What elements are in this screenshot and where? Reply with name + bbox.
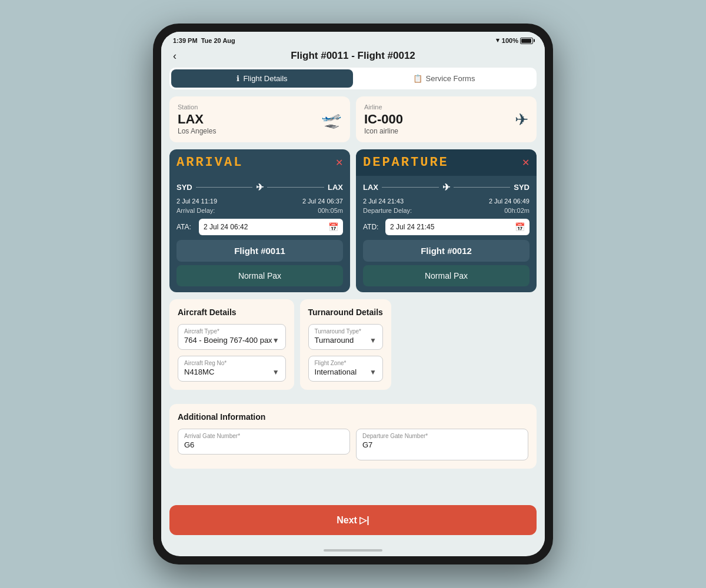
arrival-actual-time: 2 Jul 24 06:37	[302, 198, 343, 205]
aircraft-section-title: Aircraft Details	[178, 308, 286, 317]
arrival-delay-value: 00h:05m	[318, 207, 343, 214]
departure-route: LAX ✈ SYD	[363, 182, 530, 193]
departure-header-text: DEPARTURE	[363, 155, 449, 170]
arrival-delay-label: Arrival Delay:	[176, 207, 215, 214]
departure-normal-pax-button[interactable]: Normal Pax	[363, 265, 530, 286]
airline-icon: ✈	[515, 110, 528, 129]
tab-service-forms[interactable]: 📋 Service Forms	[353, 69, 535, 88]
departure-destination: SYD	[514, 183, 530, 192]
arrival-route: SYD ✈ LAX	[176, 182, 343, 193]
arrival-card: ARRIVAL ✕ SYD ✈ LAX 2 Jul 24 11:19	[169, 149, 350, 292]
aircraft-details-card: Aircraft Details Aircraft Type* 764 - Bo…	[169, 299, 294, 390]
calendar-icon: 📅	[328, 222, 338, 232]
details-cards-row: Aircraft Details Aircraft Type* 764 - Bo…	[169, 299, 537, 397]
departure-close-icon[interactable]: ✕	[522, 157, 530, 168]
arrival-plane-icon: ✈	[256, 182, 264, 193]
departure-card: DEPARTURE ✕ LAX ✈ SYD 2 Jul 24 21:43	[356, 149, 537, 292]
service-forms-icon: 📋	[413, 74, 422, 83]
turnaround-type-value: Turnaround ▼	[315, 336, 377, 345]
tablet-device: 1:39 PM Tue 20 Aug ▾ 100% ‹ Flight #0011…	[153, 24, 553, 564]
nav-bar: ‹ Flight #0011 - Flight #0012	[161, 46, 545, 68]
wifi-icon: ▾	[496, 36, 499, 44]
nav-title: Flight #0011 - Flight #0012	[291, 50, 415, 62]
ata-value: 2 Jul 24 06:42	[204, 223, 248, 231]
next-button[interactable]: Next ▷|	[169, 505, 537, 535]
station-card: Station LAX Los Angeles 🛫	[169, 96, 350, 142]
arrival-normal-pax-button[interactable]: Normal Pax	[176, 265, 343, 286]
arrival-body: SYD ✈ LAX 2 Jul 24 11:19 2 Jul 24 06:37 …	[169, 176, 350, 292]
arrival-header-text: ARRIVAL	[176, 155, 243, 170]
aircraft-type-label: Aircraft Type*	[184, 328, 279, 335]
tab-flight-details[interactable]: ℹ Flight Details	[171, 69, 353, 88]
station-name: Los Angeles	[178, 127, 216, 135]
airline-name: Icon airline	[364, 127, 403, 135]
departure-sched-time: 2 Jul 24 21:43	[363, 198, 404, 205]
aircraft-type-field[interactable]: Aircraft Type* 764 - Boeing 767-400 pax …	[178, 324, 286, 350]
arrival-flight-number-button[interactable]: Flight #0011	[176, 240, 343, 262]
departure-delay-label: Departure Delay:	[363, 207, 412, 214]
arrival-destination: LAX	[328, 183, 343, 192]
arrival-gate-field[interactable]: Arrival Gate Number* G6	[178, 429, 350, 455]
tablet-screen: 1:39 PM Tue 20 Aug ▾ 100% ‹ Flight #0011…	[161, 32, 545, 556]
atd-row: ATD: 2 Jul 24 21:45 📅	[363, 219, 530, 235]
ata-row: ATA: 2 Jul 24 06:42 📅	[176, 219, 343, 235]
departure-gate-field[interactable]: Departure Gate Number* G7	[356, 429, 528, 460]
flight-zone-value: International ▼	[315, 368, 377, 376]
back-button[interactable]: ‹	[173, 50, 176, 62]
aircraft-reg-value: N418MC ▼	[184, 368, 279, 376]
flight-zone-label: Flight Zone*	[315, 360, 377, 366]
arrival-times: 2 Jul 24 11:19 2 Jul 24 06:37	[176, 198, 343, 205]
flight-cards-row: ARRIVAL ✕ SYD ✈ LAX 2 Jul 24 11:19	[169, 149, 537, 292]
departure-gate-value: G7	[362, 440, 522, 449]
additional-info-card: Additional Information Arrival Gate Numb…	[169, 404, 537, 469]
info-cards-row: Station LAX Los Angeles 🛫 Airline IC-000…	[169, 96, 537, 142]
battery-icon: 100%	[502, 37, 533, 44]
tab-bar: ℹ Flight Details 📋 Service Forms	[169, 68, 537, 89]
station-code: LAX	[178, 112, 216, 127]
arrival-header: ARRIVAL ✕	[169, 149, 350, 176]
atd-calendar-icon: 📅	[515, 222, 525, 232]
arrival-sched-time: 2 Jul 24 11:19	[176, 198, 217, 205]
arrival-gate-label: Arrival Gate Number*	[184, 433, 344, 439]
aircraft-reg-label: Aircraft Reg No*	[184, 360, 279, 366]
departure-origin: LAX	[363, 183, 378, 192]
gate-fields-row: Arrival Gate Number* G6 Departure Gate N…	[178, 429, 528, 460]
station-icon: 🛫	[321, 110, 342, 129]
ata-label: ATA:	[176, 223, 195, 231]
airline-code: IC-000	[364, 112, 403, 127]
home-bar	[324, 549, 382, 552]
turnaround-type-label: Turnaround Type*	[315, 328, 377, 335]
airline-label: Airline	[364, 103, 403, 111]
turnaround-section-title: Turnaround Details	[308, 308, 383, 317]
station-label: Station	[178, 103, 216, 111]
aircraft-reg-field[interactable]: Aircraft Reg No* N418MC ▼	[178, 356, 286, 382]
flight-details-icon: ℹ	[237, 74, 239, 83]
departure-body: LAX ✈ SYD 2 Jul 24 21:43 2 Jul 24 06:49 …	[356, 176, 537, 292]
flight-zone-field[interactable]: Flight Zone* International ▼	[308, 356, 383, 382]
ata-input[interactable]: 2 Jul 24 06:42 📅	[199, 219, 343, 235]
departure-times: 2 Jul 24 21:43 2 Jul 24 06:49	[363, 198, 530, 205]
arrival-gate-value: G6	[184, 440, 344, 449]
departure-flight-number-button[interactable]: Flight #0012	[363, 240, 530, 262]
aircraft-type-dropdown-icon: ▼	[272, 336, 279, 345]
arrival-delay: Arrival Delay: 00h:05m	[176, 207, 343, 214]
aircraft-type-value: 764 - Boeing 767-400 pax ▼	[184, 336, 279, 345]
arrival-origin: SYD	[176, 183, 192, 192]
arrival-close-icon[interactable]: ✕	[335, 157, 343, 168]
bottom-bar: Next ▷|	[161, 499, 545, 544]
departure-header: DEPARTURE ✕	[356, 149, 537, 176]
service-forms-label: Service Forms	[426, 74, 475, 83]
turnaround-details-card: Turnaround Details Turnaround Type* Turn…	[300, 299, 391, 390]
airline-card: Airline IC-000 Icon airline ✈	[356, 96, 537, 142]
departure-plane-icon: ✈	[442, 182, 450, 193]
departure-gate-label: Departure Gate Number*	[362, 433, 522, 439]
departure-delay-value: 00h:02m	[504, 207, 530, 214]
home-indicator	[161, 544, 545, 556]
content-area: ℹ Flight Details 📋 Service Forms Station…	[161, 68, 545, 499]
atd-value: 2 Jul 24 21:45	[390, 223, 434, 231]
flight-details-label: Flight Details	[243, 74, 287, 83]
status-time: 1:39 PM Tue 20 Aug	[173, 37, 235, 44]
atd-input[interactable]: 2 Jul 24 21:45 📅	[385, 219, 530, 235]
turnaround-type-field[interactable]: Turnaround Type* Turnaround ▼	[308, 324, 383, 350]
flight-zone-dropdown-icon: ▼	[369, 368, 377, 376]
